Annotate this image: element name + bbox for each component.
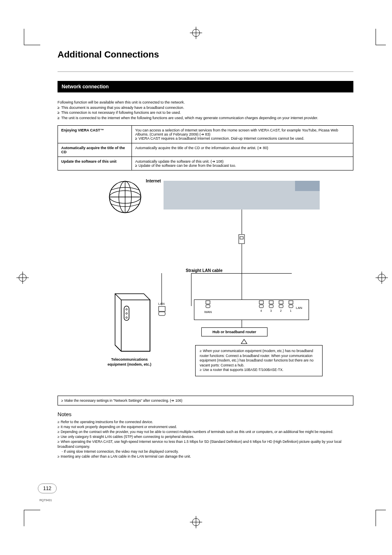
registration-mark-icon: [376, 272, 388, 284]
svg-rect-24: [259, 305, 263, 308]
arrow-up-icon: [241, 339, 247, 344]
intro-bullet: This connection is not necessary if foll…: [58, 110, 353, 115]
feature-label: Automatically acquire the title of the C…: [58, 143, 132, 157]
crop-mark: [24, 29, 40, 45]
notes-heading: Notes: [58, 411, 353, 417]
lan-port-icon: 3: [268, 300, 274, 312]
section-heading: Network connection: [58, 81, 353, 92]
registration-mark-icon: [16, 272, 29, 284]
connection-line: [161, 273, 162, 305]
svg-rect-22: [206, 305, 210, 308]
note-item: When operating the VIERA CAST, use high-…: [58, 440, 353, 454]
lan-label: LAN: [296, 306, 302, 310]
unit-icon: [107, 290, 152, 353]
feature-desc-text: You can access a selection of Internet s…: [135, 128, 338, 136]
notes-list: Refer to the operating instructions for …: [58, 420, 353, 459]
svg-rect-25: [269, 301, 273, 304]
router-note-box: When your communication equipment (modem…: [195, 345, 323, 376]
note-item: Use only category 5 straight LAN cables …: [58, 435, 353, 440]
svg-rect-21: [206, 301, 210, 304]
feature-bullet: VIERA CAST requires a broadband Internet…: [135, 136, 350, 140]
settings-note: Make the necessary settings in "Network …: [58, 396, 353, 405]
footer-code: RQT9431: [39, 499, 52, 502]
svg-rect-28: [279, 305, 283, 308]
feature-desc: Automatically update the software of thi…: [132, 157, 353, 170]
wall-jack-icon: [238, 234, 245, 244]
feature-table: Enjoying VIERA CAST™ You can access a se…: [58, 125, 353, 170]
connection-line: [191, 273, 292, 274]
lan-port-icon: LAN: [158, 306, 166, 317]
feature-label: Update the software of this unit: [58, 157, 132, 170]
svg-rect-27: [279, 301, 283, 304]
modem-label: Telecommunications equipment (modem, etc…: [103, 357, 156, 367]
svg-line-31: [115, 294, 121, 300]
table-row: Update the software of this unit Automat…: [58, 157, 353, 170]
svg-rect-30: [289, 305, 293, 308]
registration-mark-icon: [190, 516, 202, 528]
svg-rect-23: [259, 301, 263, 304]
modem-label-line: equipment (modem, etc.): [108, 362, 152, 366]
port-num: 1: [288, 309, 294, 312]
router-label: Hub or broadband router: [201, 327, 267, 336]
globe-icon: [108, 180, 143, 214]
svg-point-36: [126, 317, 127, 318]
feature-desc: You can access a selection of Internet s…: [132, 126, 353, 143]
table-row: Enjoying VIERA CAST™ You can access a se…: [58, 126, 353, 143]
registration-mark-icon: [190, 27, 202, 39]
note-item: Refer to the operating instructions for …: [58, 420, 353, 425]
network-diagram: Internet Straight LAN cable LAN WAN 4 3 …: [78, 179, 333, 392]
intro-text: Following function will be available whe…: [58, 100, 353, 105]
port-num: 2: [278, 309, 284, 312]
note-item: It may not work properly depending on th…: [58, 425, 353, 430]
feature-bullet: Update of the software can be done from …: [135, 164, 350, 168]
note-item: Depending on the contract with the provi…: [58, 430, 353, 435]
note-item: Inserting any cable other than a LAN cab…: [58, 454, 353, 459]
connection-line: [242, 210, 242, 234]
port-num: 4: [258, 309, 264, 312]
port-num: 3: [268, 309, 274, 312]
internet-label: Internet: [146, 179, 161, 183]
lan-cable-label: Straight LAN cable: [186, 268, 222, 273]
lan-port-icon: 1: [288, 300, 294, 312]
crop-mark: [376, 510, 386, 526]
lan-port-icon: 4: [258, 300, 264, 312]
router-note-item: When your communication equipment (modem…: [200, 349, 318, 368]
svg-point-34: [126, 309, 127, 310]
divider: [58, 71, 353, 72]
intro-bullet: This document is assuming that you alrea…: [58, 105, 353, 111]
feature-desc-text: Automatically update the software of thi…: [135, 159, 224, 164]
wan-label: WAN: [204, 310, 212, 314]
svg-rect-19: [159, 306, 165, 311]
svg-point-35: [126, 313, 127, 314]
page-number: 112: [38, 484, 57, 493]
note-sub: - If using slow Internet connection, the…: [62, 449, 353, 454]
page-title: Additional Connections: [58, 49, 353, 60]
svg-rect-18: [240, 237, 243, 239]
note-text: When operating the VIERA CAST, use high-…: [58, 440, 341, 449]
lan-port-icon: 2: [278, 300, 284, 312]
svg-rect-29: [289, 301, 293, 304]
wan-port-icon: [205, 300, 211, 309]
intro-bullet: The unit is connected to the internet wh…: [58, 115, 353, 121]
feature-desc: Automatically acquire the title of the C…: [132, 143, 353, 157]
crop-mark: [376, 29, 386, 45]
svg-rect-26: [269, 305, 273, 308]
modem-label-line: Telecommunications: [111, 357, 148, 362]
isp-box: [164, 181, 320, 210]
crop-mark: [24, 510, 40, 526]
feature-label: Enjoying VIERA CAST™: [58, 126, 132, 143]
svg-rect-20: [159, 312, 165, 315]
connection-line: [191, 273, 191, 306]
svg-line-32: [115, 345, 121, 351]
router-note-item: Use a router that supports 10BASE-T/100B…: [200, 368, 318, 372]
connection-line: [242, 320, 242, 327]
lan-label: LAN: [158, 302, 165, 306]
table-row: Automatically acquire the title of the C…: [58, 143, 353, 157]
connection-line: [242, 244, 242, 299]
